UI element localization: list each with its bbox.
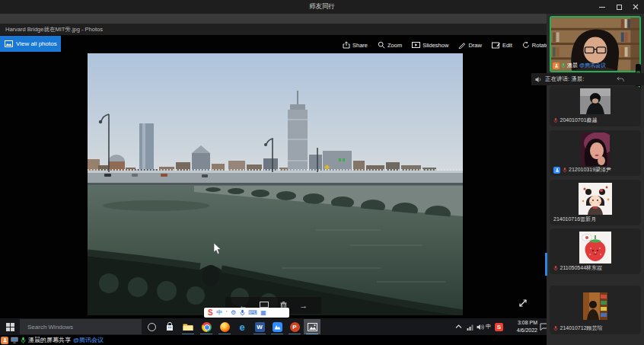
taskbar-cortana-button[interactable] — [143, 319, 160, 334]
participant-tile[interactable]: 214010716雷新月 — [550, 180, 641, 225]
pen-icon — [458, 41, 466, 49]
ime-chinese-mode-icon[interactable]: 中 — [216, 310, 222, 316]
taskbar-search-input[interactable] — [20, 319, 142, 334]
tray-chevron-button[interactable] — [455, 318, 462, 335]
tray-input-mode-indicator[interactable]: 中 — [486, 318, 491, 335]
self-video-tile[interactable]: 潘晨 @腾讯会议 — [550, 16, 641, 72]
maximize-button[interactable] — [611, 0, 627, 14]
next-photo-button[interactable]: → — [299, 302, 308, 310]
close-button[interactable] — [627, 0, 644, 14]
participant-name: 211050544林东霞 — [560, 264, 603, 272]
participants-sidebar: 潘晨 @腾讯会议 正在讲话: 潘晨: — [547, 14, 644, 345]
participant-avatar — [579, 183, 612, 215]
participant-tile[interactable]: 211050544林东霞 — [550, 228, 641, 274]
active-indicator — [306, 334, 318, 335]
taskbar-file-explorer-button[interactable] — [180, 319, 196, 334]
running-indicator — [289, 334, 301, 335]
participant-name: 212010319梁泽尹 — [569, 166, 611, 174]
meeting-app-window: 师友同行 Harvard Bridge就在MIT旁.jpg - Photos V… — [0, 0, 644, 345]
self-name: 潘晨 — [567, 62, 578, 69]
ime-toolbox-icon[interactable]: ▦ — [260, 310, 266, 316]
word-icon: W — [255, 322, 265, 332]
participant-avatar — [583, 292, 607, 320]
speaker-icon — [477, 324, 484, 331]
participant-tile[interactable]: 204010701蔡越 — [550, 86, 641, 126]
speaking-label: 正在讲话: 潘晨: — [545, 75, 584, 83]
ime-keyboard-icon[interactable]: ⌨ — [248, 310, 257, 316]
close-icon — [633, 4, 639, 10]
photos-toolbar: Share Zoom Slideshow Draw — [343, 38, 568, 52]
taskbar-store-button[interactable] — [161, 319, 178, 334]
expand-fullscreen-button[interactable] — [518, 298, 528, 308]
start-button[interactable] — [2, 319, 18, 334]
clock-date: 4/6/2022 — [507, 327, 537, 334]
share-banner-brand[interactable]: @腾讯会议 — [73, 336, 104, 344]
maximize-icon — [617, 5, 622, 10]
slideshow-button[interactable]: Slideshow — [412, 41, 448, 49]
view-all-photos-button[interactable]: View all photos — [0, 36, 61, 52]
draw-button[interactable]: Draw — [458, 41, 482, 49]
slideshow-label: Slideshow — [422, 42, 448, 49]
taskbar-photos-button-active[interactable] — [304, 319, 320, 334]
chevron-up-icon — [455, 324, 462, 329]
participant-avatar — [579, 232, 611, 264]
firefox-icon — [220, 322, 230, 332]
taskbar-firefox-button[interactable] — [216, 319, 233, 334]
participant-name: 214010716雷新月 — [553, 216, 596, 223]
participant-name: 204010701蔡越 — [560, 117, 598, 124]
participant-label: 212010319梁泽尹 — [553, 166, 611, 174]
participant-tile[interactable]: 214010712顾芸瑄 — [550, 286, 641, 334]
edit-button[interactable]: Edit — [492, 41, 512, 49]
ime-voice-icon[interactable] — [240, 309, 245, 316]
ime-punctuation-icon[interactable]: ’ — [226, 310, 228, 316]
screen-share-banner[interactable]: 潘晨的屏幕共享 @腾讯会议 — [1, 335, 104, 345]
photo-image — [88, 53, 463, 315]
participant-label: 214010716雷新月 — [553, 216, 596, 223]
sogou-ime-toolbar[interactable]: S 中 ’ ⚙ ⌨ ▦ — [204, 308, 289, 318]
zoom-button[interactable]: Zoom — [378, 41, 402, 49]
photos-gallery-icon — [5, 40, 13, 47]
background-window-strip — [0, 14, 547, 24]
edge-icon: e — [239, 322, 244, 332]
edit-image-icon — [492, 41, 500, 49]
taskbar-powerpoint-button[interactable]: P — [286, 319, 303, 334]
share-banner-text: 潘晨的屏幕共享 — [28, 336, 71, 344]
sogou-logo-icon: S — [208, 309, 213, 317]
network-icon — [467, 324, 474, 331]
share-label: Share — [352, 42, 368, 49]
minimize-icon — [599, 7, 605, 8]
tray-volume-button[interactable] — [477, 318, 484, 335]
photo-harvard-bridge — [88, 53, 463, 315]
rotate-button[interactable]: Rotate — [522, 41, 549, 49]
self-brand-suffix: @腾讯会议 — [579, 62, 606, 69]
tray-sogou-button[interactable]: S — [495, 318, 503, 335]
speaking-speaker-icon — [535, 76, 542, 83]
draw-label: Draw — [468, 42, 482, 49]
taskbar-edge-button[interactable]: e — [234, 319, 250, 334]
tray-clock[interactable]: 3:08 PM 4/6/2022 — [507, 318, 537, 335]
taskbar-meeting-button[interactable] — [269, 319, 285, 334]
cortana-icon — [148, 323, 156, 331]
self-name-label: 潘晨 @腾讯会议 — [553, 62, 606, 69]
magnifier-icon — [378, 41, 385, 49]
participant-tile[interactable]: 212010319梁泽尹 — [550, 130, 641, 176]
slideshow-icon — [412, 41, 420, 49]
windows-taskbar: e W P — [0, 318, 547, 335]
sidebar-scrollbar[interactable] — [545, 253, 547, 276]
taskbar-chrome-button[interactable] — [198, 319, 215, 334]
running-indicator — [253, 334, 266, 335]
ime-settings-icon[interactable]: ⚙ — [231, 310, 236, 316]
running-indicator — [200, 334, 212, 335]
reply-arrow-button[interactable] — [617, 76, 624, 82]
view-all-photos-label: View all photos — [16, 40, 57, 47]
participant-label: 204010701蔡越 — [553, 117, 598, 124]
share-button[interactable]: Share — [343, 41, 368, 49]
tray-network-button[interactable] — [467, 318, 474, 335]
taskbar-word-button[interactable]: W — [251, 319, 268, 334]
share-icon — [343, 41, 350, 49]
minimize-button[interactable] — [594, 0, 611, 14]
sogou-tray-icon: S — [495, 323, 503, 331]
speaking-indicator-row: 正在讲话: 潘晨: — [531, 73, 644, 85]
running-indicator — [218, 334, 231, 335]
participant-label: 211050544林东霞 — [553, 264, 602, 272]
